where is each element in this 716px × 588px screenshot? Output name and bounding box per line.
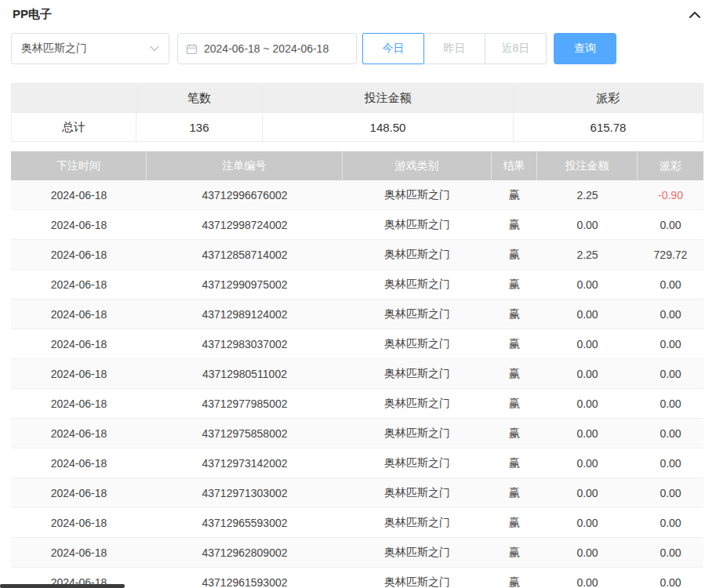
- summary-total-count: 136: [136, 112, 263, 142]
- summary-table: 笔数 投注金额 派彩 总计 136 148.50 615.78: [11, 83, 703, 142]
- cell-bet-amount: 2.25: [537, 180, 638, 209]
- cell-result: 赢: [492, 568, 537, 588]
- cell-payout: 729.72: [638, 240, 703, 269]
- table-row: 2024-06-18 43712989124002 奥林匹斯之门 赢 0.00 …: [11, 299, 703, 329]
- cell-order-number: 43712973142002: [147, 448, 343, 477]
- header-game-type: 游戏类别: [343, 151, 492, 180]
- table-row: 2024-06-18 43712998724002 奥林匹斯之门 赢 0.00 …: [11, 210, 703, 240]
- cell-bet-time: 2024-06-18: [11, 240, 147, 269]
- cell-order-number: 43712858714002: [147, 240, 343, 269]
- cell-bet-time: 2024-06-18: [11, 180, 147, 209]
- cell-bet-amount: 0.00: [537, 299, 638, 328]
- cell-game-type: 奥林匹斯之门: [343, 568, 492, 588]
- cell-order-number: 43712962809002: [147, 538, 343, 567]
- table-row: 2024-06-18 43712977985002 奥林匹斯之门 赢 0.00 …: [11, 389, 703, 419]
- cell-result: 赢: [492, 270, 537, 299]
- quick-range-group: 今日 昨日 近8日: [362, 33, 547, 64]
- query-button[interactable]: 查询: [554, 33, 616, 64]
- table-row: 2024-06-18 43712962809002 奥林匹斯之门 赢 0.00 …: [11, 538, 703, 568]
- cell-order-number: 43712971303002: [147, 478, 343, 507]
- cell-bet-amount: 0.00: [537, 478, 638, 507]
- cell-order-number: 43712977985002: [147, 389, 343, 418]
- cell-order-number: 43712990975002: [147, 270, 343, 299]
- panel-title: PP电子: [13, 7, 52, 22]
- cell-order-number: 43712965593002: [147, 508, 343, 537]
- game-select[interactable]: 奥林匹斯之门: [11, 33, 169, 64]
- cell-payout: 0.00: [638, 568, 703, 588]
- cell-payout: 0.00: [638, 359, 703, 388]
- cell-bet-amount: 0.00: [537, 389, 638, 418]
- game-select-value: 奥林匹斯之门: [21, 42, 87, 56]
- cell-bet-amount: 2.25: [537, 240, 638, 269]
- summary-total-label: 总计: [11, 112, 136, 142]
- cell-result: 赢: [492, 210, 537, 239]
- cell-game-type: 奥林匹斯之门: [343, 240, 492, 269]
- cell-order-number: 43712983037002: [147, 329, 343, 358]
- summary-header-empty: [11, 83, 136, 113]
- cell-bet-time: 2024-06-18: [11, 478, 147, 507]
- cell-bet-amount: 0.00: [537, 538, 638, 567]
- cell-payout: 0.00: [638, 538, 703, 567]
- cell-result: 赢: [492, 419, 537, 448]
- cell-payout: 0.00: [638, 210, 703, 239]
- table-row: 2024-06-18 43712965593002 奥林匹斯之门 赢 0.00 …: [11, 508, 703, 538]
- header-bet-amount: 投注金额: [537, 151, 638, 180]
- cell-order-number: 43712996676002: [147, 180, 343, 209]
- summary-header-payout: 派彩: [513, 83, 703, 113]
- cell-result: 赢: [492, 359, 537, 388]
- cell-payout: 0.00: [638, 508, 703, 537]
- cell-bet-amount: 0.00: [537, 568, 638, 588]
- table-row: 2024-06-18 43712990975002 奥林匹斯之门 赢 0.00 …: [11, 270, 703, 299]
- table-row: 2024-06-18 43712996676002 奥林匹斯之门 赢 2.25 …: [11, 180, 703, 210]
- cell-bet-time: 2024-06-18: [11, 329, 147, 358]
- cell-order-number: 43712989124002: [147, 299, 343, 328]
- cell-result: 赢: [492, 180, 537, 209]
- cell-result: 赢: [492, 508, 537, 537]
- cell-payout: 0.00: [638, 448, 703, 477]
- summary-total-bet-amount: 148.50: [262, 112, 514, 142]
- horizontal-scrollbar-thumb[interactable]: [0, 584, 125, 588]
- cell-bet-amount: 0.00: [537, 419, 638, 448]
- collapse-chevron-up-icon[interactable]: [688, 9, 702, 20]
- filter-bar: 奥林匹斯之门 2024-06-18 ~ 2024-06-18 今日 昨日 近8日…: [0, 30, 716, 83]
- header-bet-time: 下注时间: [11, 151, 147, 180]
- summary-header-bet-amount: 投注金额: [262, 83, 514, 113]
- panel-header: PP电子: [0, 0, 716, 30]
- bet-table-header: 下注时间 注单编号 游戏类别 结果 投注金额 派彩: [11, 151, 703, 180]
- summary-header-count: 笔数: [136, 83, 263, 113]
- cell-result: 赢: [492, 329, 537, 358]
- cell-game-type: 奥林匹斯之门: [343, 389, 492, 418]
- summary-total-payout: 615.78: [513, 112, 703, 142]
- cell-bet-amount: 0.00: [537, 508, 638, 537]
- cell-game-type: 奥林匹斯之门: [343, 329, 492, 358]
- table-row: 2024-06-18 43712858714002 奥林匹斯之门 赢 2.25 …: [11, 240, 703, 270]
- cell-payout: 0.00: [638, 419, 703, 448]
- today-button[interactable]: 今日: [362, 33, 424, 64]
- cell-game-type: 奥林匹斯之门: [343, 508, 492, 537]
- cell-payout: 0.00: [638, 329, 703, 358]
- table-row: 2024-06-18 43712983037002 奥林匹斯之门 赢 0.00 …: [11, 329, 703, 359]
- cell-game-type: 奥林匹斯之门: [343, 359, 492, 388]
- cell-game-type: 奥林匹斯之门: [343, 419, 492, 448]
- bet-table: 下注时间 注单编号 游戏类别 结果 投注金额 派彩 2024-06-18 437…: [11, 151, 703, 588]
- cell-game-type: 奥林匹斯之门: [343, 448, 492, 477]
- cell-bet-amount: 0.00: [537, 329, 638, 358]
- bet-table-body: 2024-06-18 43712996676002 奥林匹斯之门 赢 2.25 …: [11, 180, 703, 588]
- cell-payout: 0.00: [638, 270, 703, 299]
- cell-payout: 0.00: [638, 389, 703, 418]
- table-row: 2024-06-18 43712980511002 奥林匹斯之门 赢 0.00 …: [11, 359, 703, 389]
- yesterday-button[interactable]: 昨日: [423, 33, 485, 64]
- cell-payout: -0.90: [638, 180, 703, 209]
- cell-result: 赢: [492, 478, 537, 507]
- cell-bet-time: 2024-06-18: [11, 419, 147, 448]
- date-range-input[interactable]: 2024-06-18 ~ 2024-06-18: [177, 33, 357, 64]
- table-row: 2024-06-18 43712973142002 奥林匹斯之门 赢 0.00 …: [11, 448, 703, 478]
- summary-header-row: 笔数 投注金额 派彩: [11, 83, 703, 113]
- header-payout: 派彩: [638, 151, 703, 180]
- chevron-down-icon: [150, 45, 159, 52]
- cell-game-type: 奥林匹斯之门: [343, 478, 492, 507]
- cell-bet-time: 2024-06-18: [11, 359, 147, 388]
- last-8-days-button[interactable]: 近8日: [485, 33, 547, 64]
- cell-result: 赢: [492, 448, 537, 477]
- table-row: 2024-06-18 43712975858002 奥林匹斯之门 赢 0.00 …: [11, 419, 703, 448]
